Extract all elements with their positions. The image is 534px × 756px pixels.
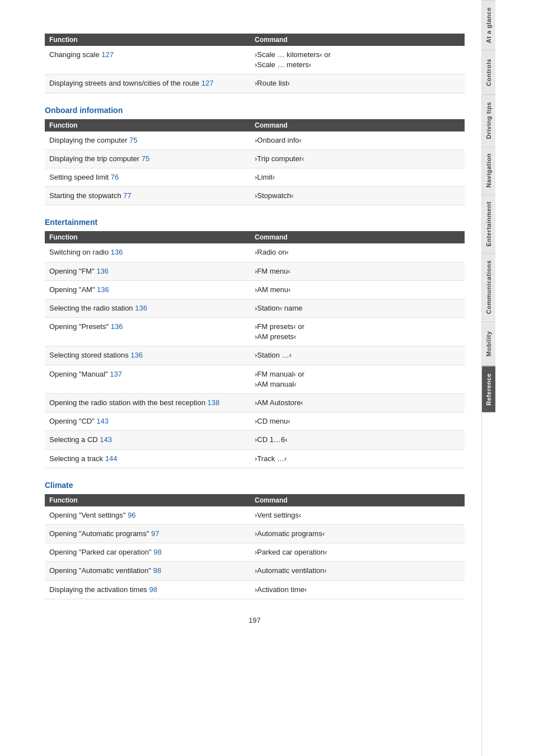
table-row: Opening "CD" 143 ›CD menu‹	[45, 412, 465, 431]
function-cell: Opening "Automatic programs" 97	[49, 528, 255, 540]
table-row: Selecting the radio station 136 ›Station…	[45, 299, 465, 318]
sidebar-tab-controls[interactable]: Controls	[482, 50, 495, 95]
table-row: Opening "Vent settings" 96 ›Vent setting…	[45, 506, 465, 525]
page-wrapper: Function Command Changing scale 127 ›Sca…	[0, 0, 534, 756]
command-cell: ›Stopwatch‹	[255, 190, 460, 202]
header-col1: Function	[49, 233, 255, 241]
command-cell: ›Limit‹	[255, 171, 460, 184]
section-heading-onboard: Onboard information	[45, 106, 465, 115]
sidebar-tab-entertainment[interactable]: Entertainment	[482, 194, 495, 253]
sidebar-tab-navigation[interactable]: Navigation	[482, 146, 495, 194]
function-cell: Opening "Vent settings" 96	[49, 509, 255, 522]
function-cell: Displaying the trip computer 75	[49, 153, 255, 165]
function-cell: Switching on radio 136	[49, 246, 255, 259]
top-table-header: Function Command	[45, 34, 465, 46]
sidebar-tab-reference[interactable]: Reference	[482, 366, 495, 412]
command-cell: ›AM menu‹	[255, 284, 460, 296]
table-row: Starting the stopwatch 77 ›Stopwatch‹	[45, 187, 465, 205]
header-col1: Function	[49, 496, 255, 504]
header-col2: Command	[255, 121, 460, 129]
function-cell: Changing scale 127	[49, 49, 255, 61]
table-row: Opening "AM" 136 ›AM menu‹	[45, 281, 465, 299]
table-row: Opening "Automatic programs" 97 ›Automat…	[45, 525, 465, 543]
function-cell: Displaying the computer 75	[49, 134, 255, 147]
table-row: Opening "Manual" 137 ›FM manual‹ or›AM m…	[45, 365, 465, 394]
command-cell: ›AM Autostore‹	[255, 397, 460, 409]
function-cell: Opening "Parked car operation" 98	[49, 546, 255, 558]
sections-container: Onboard information Function Command Dis…	[45, 106, 465, 599]
function-cell: Opening "Presets" 136	[49, 321, 255, 333]
command-cell: ›CD 1…6‹	[255, 434, 460, 446]
function-cell: Selecting a CD 143	[49, 434, 255, 446]
command-cell: ›Radio on‹	[255, 246, 460, 259]
command-cell: ›Track …‹	[255, 453, 460, 465]
command-cell: ›Vent settings‹	[255, 509, 460, 522]
sidebar-tab-at-a-glance[interactable]: At a glance	[482, 0, 495, 50]
table-header-climate: Function Command	[45, 494, 465, 506]
command-cell: ›Automatic programs‹	[255, 528, 460, 540]
command-cell: ›FM presets‹ or›AM presets‹	[255, 321, 460, 343]
table-header-entertainment: Function Command	[45, 231, 465, 243]
table-header-onboard: Function Command	[45, 119, 465, 132]
command-cell: ›Station …‹	[255, 349, 460, 361]
command-cell: ›FM manual‹ or›AM manual‹	[255, 368, 460, 391]
table-row: Opening "Presets" 136 ›FM presets‹ or›AM…	[45, 318, 465, 346]
function-cell: Setting speed limit 76	[49, 171, 255, 184]
table-row: Opening the radio station with the best …	[45, 394, 465, 412]
command-cell: ›CD menu‹	[255, 415, 460, 428]
command-cell: ›Parked car operation‹	[255, 546, 460, 558]
sidebar-tab-driving-tips[interactable]: Driving tips	[482, 95, 495, 146]
function-cell: Starting the stopwatch 77	[49, 190, 255, 202]
top-table-rows: Changing scale 127 ›Scale … kilometers‹ …	[45, 46, 465, 93]
function-cell: Displaying the activation times 98	[49, 584, 255, 596]
table-row: Setting speed limit 76 ›Limit‹	[45, 168, 465, 187]
header-col1: Function	[49, 121, 255, 129]
section-entertainment: Entertainment Function Command Switching…	[45, 218, 465, 468]
function-cell: Opening "CD" 143	[49, 415, 255, 428]
top-header-col1: Function	[49, 36, 255, 44]
function-cell: Selecting stored stations 136	[49, 349, 255, 361]
command-cell: ›Automatic ventilation‹	[255, 565, 460, 577]
section-climate: Climate Function Command Opening "Vent s…	[45, 481, 465, 599]
section-onboard: Onboard information Function Command Dis…	[45, 106, 465, 206]
command-cell: ›FM menu‹	[255, 265, 460, 278]
command-cell: ›Station‹ name	[255, 302, 460, 314]
function-cell: Opening the radio station with the best …	[49, 397, 255, 409]
table-row: Selecting stored stations 136 ›Station ……	[45, 346, 465, 365]
table-row: Displaying the computer 75 ›Onboard info…	[45, 132, 465, 150]
command-cell: ›Route list‹	[255, 77, 460, 90]
table-row: Opening "FM" 136 ›FM menu‹	[45, 262, 465, 281]
function-cell: Opening "FM" 136	[49, 265, 255, 278]
table-row: Switching on radio 136 ›Radio on‹	[45, 243, 465, 262]
top-header-col2: Command	[255, 36, 460, 44]
sidebar-tabs: At a glanceControlsDriving tipsNavigatio…	[481, 0, 497, 756]
page-number: 197	[45, 616, 465, 624]
main-content: Function Command Changing scale 127 ›Sca…	[0, 0, 481, 756]
function-cell: Displaying streets and towns/cities of t…	[49, 77, 255, 90]
top-section: Function Command Changing scale 127 ›Sca…	[45, 34, 465, 93]
function-cell: Opening "AM" 136	[49, 284, 255, 296]
table-row: Selecting a track 144 ›Track …‹	[45, 450, 465, 468]
table-row: Selecting a CD 143 ›CD 1…6‹	[45, 431, 465, 449]
command-cell: ›Activation time‹	[255, 584, 460, 596]
command-cell: ›Scale … kilometers‹ or›Scale … meters‹	[255, 49, 460, 71]
table-row: Changing scale 127 ›Scale … kilometers‹ …	[45, 46, 465, 74]
header-col2: Command	[255, 496, 460, 504]
sidebar-tab-mobility[interactable]: Mobility	[482, 321, 495, 366]
table-row: Displaying the trip computer 75 ›Trip co…	[45, 150, 465, 168]
command-cell: ›Onboard info‹	[255, 134, 460, 147]
function-cell: Selecting the radio station 136	[49, 302, 255, 314]
section-heading-entertainment: Entertainment	[45, 218, 465, 227]
table-row: Displaying streets and towns/cities of t…	[45, 74, 465, 93]
table-row: Opening "Parked car operation" 98 ›Parke…	[45, 543, 465, 562]
function-cell: Opening "Manual" 137	[49, 368, 255, 381]
tabs-container: At a glanceControlsDriving tipsNavigatio…	[482, 0, 497, 412]
table-row: Displaying the activation times 98 ›Acti…	[45, 581, 465, 599]
function-cell: Selecting a track 144	[49, 453, 255, 465]
table-row: Opening "Automatic ventilation" 98 ›Auto…	[45, 562, 465, 580]
section-heading-climate: Climate	[45, 481, 465, 490]
sidebar-tab-communications[interactable]: Communications	[482, 253, 495, 321]
command-cell: ›Trip computer‹	[255, 153, 460, 165]
header-col2: Command	[255, 233, 460, 241]
function-cell: Opening "Automatic ventilation" 98	[49, 565, 255, 577]
